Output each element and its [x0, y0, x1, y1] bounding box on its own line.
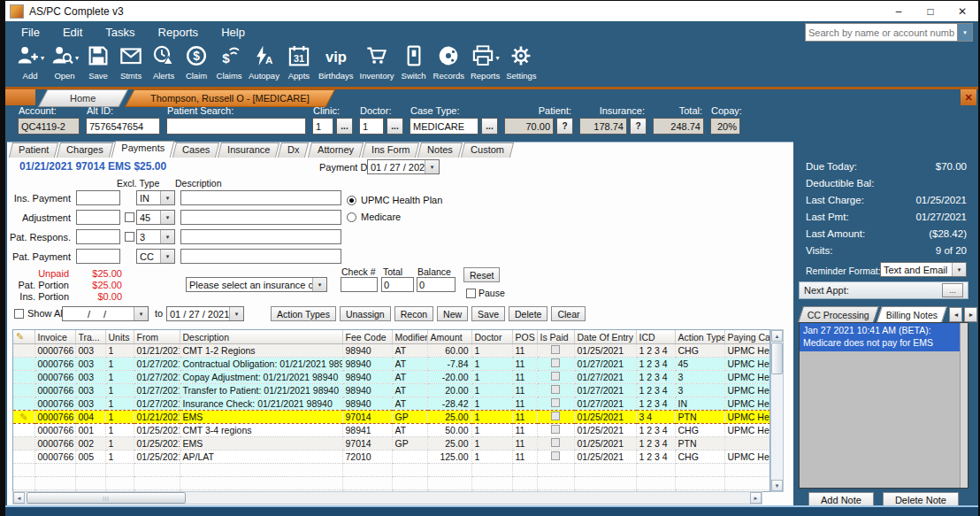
minimize-icon[interactable]: – — [883, 1, 915, 21]
menu-help[interactable]: Help — [221, 26, 245, 39]
payer-radio-upmc-health-plan[interactable]: UPMC Health Plan — [347, 193, 442, 207]
save-button[interactable]: Save — [471, 306, 505, 321]
tab-charges[interactable]: Charges — [57, 142, 113, 158]
doctor-field[interactable]: 1 — [359, 118, 384, 135]
doctor-lookup-button[interactable]: ... — [387, 118, 403, 135]
tab-cc-processing[interactable]: CC Processing — [798, 306, 879, 322]
adjustment-amount-input[interactable] — [76, 210, 120, 225]
toolbar-save[interactable]: Save — [85, 43, 111, 87]
tab-payments[interactable]: Payments — [111, 141, 174, 158]
toolbar-inventory[interactable]: Inventory — [360, 43, 394, 87]
tab-scroll-left-icon[interactable]: ◄ — [949, 307, 962, 322]
scroll-down-icon[interactable]: ▼ — [771, 480, 783, 491]
pause-checkbox[interactable] — [466, 289, 476, 298]
col-header-from[interactable]: From — [134, 330, 180, 344]
toolbar-claim[interactable]: $Claim — [183, 43, 210, 87]
col-header-is-paid[interactable]: Is Paid — [537, 330, 574, 344]
table-row[interactable]: ✎0000766004101/21/2021EMS97014GP25.00111… — [13, 411, 769, 424]
check-number-input[interactable] — [341, 277, 378, 292]
table-row[interactable]: 0000766002101/25/2021EMS97014GP25.001110… — [13, 437, 769, 451]
insurance-help-button[interactable]: ? — [630, 118, 647, 135]
copay-field[interactable]: 20% — [710, 118, 740, 135]
toolbar-open[interactable]: ▾Open — [50, 43, 79, 87]
table-row[interactable]: 0000766003101/27/2021Copay Adjustment: 0… — [13, 371, 769, 384]
menu-reports[interactable]: Reports — [158, 26, 199, 39]
pat-payment-description-input[interactable] — [180, 249, 341, 264]
tab-attorney[interactable]: Attorney — [308, 142, 364, 158]
col-header-amount[interactable]: Amount — [427, 330, 471, 344]
insurance-field[interactable]: 178.74 — [579, 118, 627, 135]
ins-payment-description-input[interactable] — [180, 190, 341, 205]
ins-payment-type-select[interactable]: IN▾ — [136, 190, 175, 205]
toolbar-reports[interactable]: ▾Reports — [471, 43, 500, 87]
pat-respons-type-select[interactable]: 3▾ — [136, 229, 175, 244]
scroll-right-icon[interactable]: ► — [750, 492, 762, 504]
date-to-select[interactable]: 01 / 27 / 2021▾ — [166, 306, 244, 321]
show-all-checkbox[interactable] — [14, 309, 24, 319]
notes-scrollbar[interactable] — [960, 323, 968, 488]
toolbar-appts[interactable]: 31Appts — [286, 43, 312, 87]
menu-edit[interactable]: Edit — [63, 26, 82, 39]
tab-cases[interactable]: Cases — [172, 142, 219, 158]
table-row[interactable]: 0000766003101/27/2021Transfer to Patient… — [13, 384, 769, 397]
toolbar-birthdays[interactable]: vipBirthdays — [318, 43, 354, 87]
pat-payment-amount-input[interactable] — [76, 249, 120, 264]
clinic-lookup-button[interactable]: ... — [336, 118, 353, 135]
col-header-icd[interactable]: ICD — [636, 330, 675, 344]
toolbar-settings[interactable]: Settings — [506, 43, 536, 87]
date-from-select[interactable]: / /▾ — [62, 306, 149, 321]
delete-button[interactable]: Delete — [509, 306, 547, 321]
toolbar-claims[interactable]: $Claims — [216, 43, 242, 87]
col-header-units[interactable]: Units — [105, 330, 134, 344]
total-field[interactable]: 248.74 — [653, 118, 704, 135]
search-dropdown-button[interactable]: ▾ — [957, 24, 972, 41]
billing-note[interactable]: Jan 27 2021 10:41 AM (BETA): Medicare do… — [800, 323, 961, 351]
col-header-doctor[interactable]: Doctor — [471, 330, 512, 344]
toolbar-alerts[interactable]: Alerts — [150, 43, 177, 87]
payment-date-select[interactable]: 01 / 27 / 2021▾ — [367, 159, 440, 174]
col-header-fee-code[interactable]: Fee Code — [342, 330, 392, 344]
toolbar-autopay[interactable]: AAutopay — [249, 43, 279, 87]
scroll-up-icon[interactable]: ▲ — [771, 330, 783, 342]
payer-radio-medicare[interactable]: Medicare — [347, 210, 401, 224]
tab-insurance[interactable]: Insurance — [218, 142, 280, 158]
col-header-invoice[interactable]: Invoice — [34, 330, 75, 344]
search-input[interactable] — [806, 24, 957, 41]
tab-ins-form[interactable]: Ins Form — [362, 142, 420, 158]
tab-dx[interactable]: Dx — [278, 142, 310, 158]
clear-button[interactable]: Clear — [551, 306, 586, 321]
chevron-down-icon[interactable]: ▾ — [41, 54, 44, 62]
chevron-down-icon[interactable]: ▾ — [75, 54, 79, 62]
recon-button[interactable]: Recon — [394, 306, 433, 321]
unassign-button[interactable]: Unassign — [340, 306, 391, 321]
patient-help-button[interactable]: ? — [556, 118, 573, 135]
menu-file[interactable]: File — [21, 26, 40, 39]
balance-input[interactable] — [417, 277, 456, 292]
toolbar-add[interactable]: ▾Add — [16, 43, 44, 87]
next-appt-lookup-button[interactable]: ... — [942, 283, 963, 297]
case_type-field[interactable]: MEDICARE — [410, 118, 479, 135]
col-header-action-type[interactable]: Action Type — [675, 330, 724, 344]
table-row[interactable]: 0000766003101/21/2021CMT 1-2 Regions9894… — [13, 344, 769, 358]
toolbar-switch[interactable]: Switch — [401, 43, 427, 87]
tab-patient[interactable]: Patient — [9, 142, 58, 158]
adjustment-type-select[interactable]: 45▾ — [136, 210, 175, 225]
col-header-description[interactable]: Description — [180, 330, 342, 344]
case_type-lookup-button[interactable]: ... — [481, 118, 498, 135]
action-types-button[interactable]: Action Types — [271, 306, 336, 321]
menu-tasks[interactable]: Tasks — [105, 26, 134, 39]
maximize-icon[interactable]: □ — [915, 1, 946, 21]
tab-billing-notes[interactable]: Billing Notes — [877, 306, 947, 322]
account-field[interactable]: QC4119-2 — [18, 118, 80, 135]
pat-respons-amount-input[interactable] — [76, 229, 120, 244]
tab-notes[interactable]: Notes — [417, 142, 463, 158]
table-row[interactable]: 0000766001101/25/2021CMT 3-4 regions9894… — [13, 424, 769, 437]
total-input[interactable] — [381, 277, 414, 292]
col-header-edit[interactable]: ✎ — [13, 330, 34, 344]
pat-respons-description-input[interactable] — [180, 229, 341, 244]
chevron-down-icon[interactable]: ▾ — [496, 54, 500, 62]
table-row[interactable]: 0000766005101/25/2021AP/LAT72010125.0011… — [13, 451, 769, 464]
toolbar-records[interactable]: Records — [433, 43, 464, 87]
adjustment-description-input[interactable] — [180, 210, 341, 225]
patient_search-field[interactable] — [166, 118, 306, 135]
